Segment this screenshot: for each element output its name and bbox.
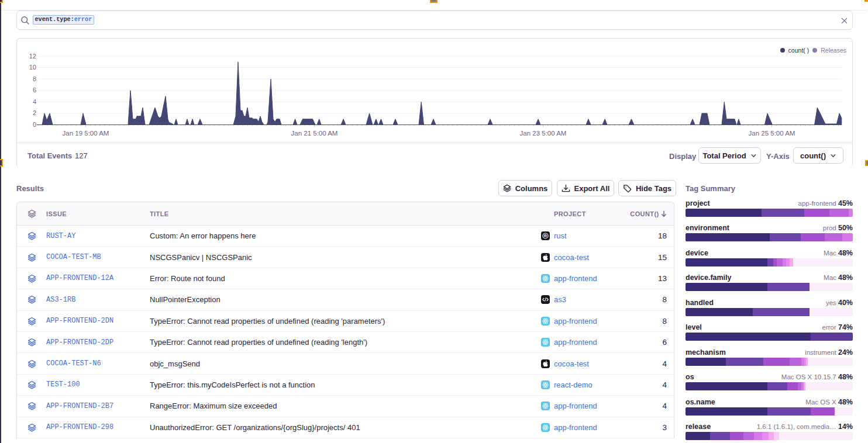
svg-text:6: 6 — [33, 86, 36, 94]
svg-text:Jan 19 5:00 AM: Jan 19 5:00 AM — [63, 130, 109, 137]
svg-text:4: 4 — [33, 98, 36, 105]
svg-text:0: 0 — [33, 121, 36, 128]
svg-text:8: 8 — [33, 75, 36, 82]
svg-text:Jan 23 5:00 AM: Jan 23 5:00 AM — [520, 130, 567, 137]
svg-text:12: 12 — [29, 53, 36, 60]
svg-text:R: R — [544, 234, 547, 238]
svg-text:10: 10 — [29, 64, 36, 71]
svg-text:Jan 21 5:00 AM: Jan 21 5:00 AM — [291, 130, 338, 137]
svg-text:2: 2 — [33, 109, 36, 116]
svg-text:Jan 25 5:00 AM: Jan 25 5:00 AM — [749, 130, 795, 137]
